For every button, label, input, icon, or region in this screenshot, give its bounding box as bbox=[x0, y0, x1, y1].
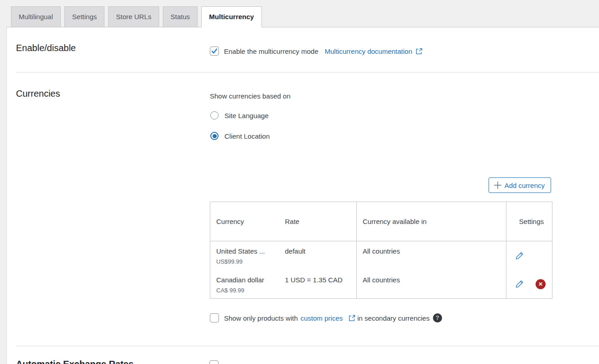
site-language-label: Site Language bbox=[224, 112, 269, 120]
custom-prices-checkbox[interactable] bbox=[210, 313, 219, 322]
tab-settings[interactable]: Settings bbox=[64, 6, 104, 27]
section-heading-automatic-exchange-rates: Automatic Exchange Rates bbox=[16, 359, 134, 364]
edit-currency-button[interactable] bbox=[515, 279, 525, 289]
add-currency-button[interactable]: Add currency bbox=[489, 177, 551, 193]
tab-multilingual[interactable]: Multilingual bbox=[11, 6, 61, 27]
col-header-available-in: Currency available in bbox=[357, 202, 506, 241]
enable-multicurrency-label: Enable the multicurrency mode bbox=[224, 47, 318, 55]
currency-table-header-row: Currency Rate Currency available in Sett… bbox=[210, 202, 552, 241]
delete-currency-button[interactable]: ✕ bbox=[536, 279, 546, 289]
enable-multicurrency-row: Enable the multicurrency mode Multicurre… bbox=[210, 47, 422, 56]
show-currencies-based-on-label: Show currencies based on bbox=[210, 92, 291, 100]
col-header-currency: Currency bbox=[210, 202, 279, 241]
tab-store-urls[interactable]: Store URLs bbox=[108, 6, 159, 27]
checkmark-icon bbox=[211, 48, 218, 54]
pencil-icon bbox=[515, 279, 525, 289]
currency-row-usd: United States ... US$99.99 default All c… bbox=[210, 241, 552, 270]
plus-icon bbox=[493, 181, 502, 190]
currency-available-in: All countries bbox=[357, 270, 506, 299]
radio-row-site-language: Site Language bbox=[210, 111, 269, 120]
content-panel: Enable/disable Enable the multicurrency … bbox=[6, 27, 599, 364]
external-link-icon bbox=[349, 315, 355, 322]
radio-row-client-location: Client Location bbox=[210, 132, 270, 140]
currency-name: United States ... bbox=[216, 247, 273, 255]
add-currency-label: Add currency bbox=[505, 182, 545, 189]
currency-rate: 1 USD = 1.35 CAD bbox=[279, 270, 357, 299]
edit-currency-button[interactable] bbox=[515, 251, 525, 260]
currency-price-preview: CA$ 99.99 bbox=[216, 287, 273, 294]
external-link-icon bbox=[416, 48, 422, 55]
currency-rate: default bbox=[279, 241, 357, 270]
currency-table: Currency Rate Currency available in Sett… bbox=[210, 202, 552, 299]
currency-name: Canadian dollar bbox=[216, 276, 273, 284]
custom-prices-link[interactable]: custom prices bbox=[301, 314, 343, 322]
custom-prices-row: Show only products with custom prices in… bbox=[210, 313, 442, 322]
tab-multicurrency[interactable]: Multicurrency bbox=[201, 6, 261, 27]
col-header-rate: Rate bbox=[279, 202, 357, 241]
client-location-label: Client Location bbox=[224, 132, 270, 140]
currency-price-preview: US$99.99 bbox=[216, 258, 273, 265]
automatic-exchange-rates-checkbox[interactable] bbox=[209, 360, 219, 364]
custom-prices-text-before: Show only products with bbox=[224, 314, 298, 322]
client-location-radio[interactable] bbox=[210, 132, 219, 140]
col-header-settings: Settings bbox=[506, 202, 552, 241]
enable-multicurrency-checkbox[interactable] bbox=[210, 47, 219, 56]
section-divider bbox=[16, 72, 599, 73]
site-language-radio[interactable] bbox=[210, 111, 219, 120]
section-heading-enable-disable: Enable/disable bbox=[16, 43, 76, 53]
custom-prices-text-after: in secondary currencies bbox=[357, 314, 429, 322]
pencil-icon bbox=[515, 251, 525, 260]
currency-available-in: All countries bbox=[357, 241, 506, 270]
multicurrency-documentation-link[interactable]: Multicurrency documentation bbox=[325, 47, 412, 55]
tab-status[interactable]: Status bbox=[163, 6, 198, 27]
tab-bar: Multilingual Settings Store URLs Status … bbox=[11, 6, 262, 27]
currency-row-cad: Canadian dollar CA$ 99.99 1 USD = 1.35 C… bbox=[210, 270, 552, 299]
section-heading-currencies: Currencies bbox=[16, 88, 60, 99]
section-divider bbox=[16, 346, 599, 346]
help-icon[interactable]: ? bbox=[433, 313, 442, 322]
